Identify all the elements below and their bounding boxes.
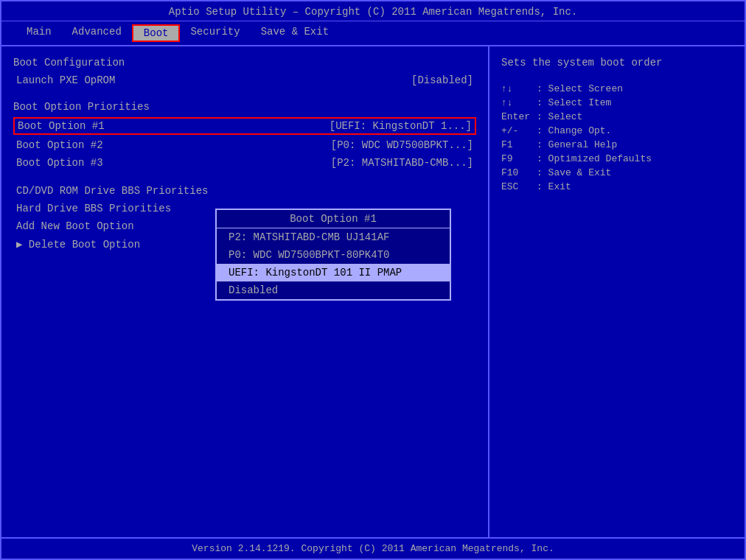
boot-option-2-value: [P0: WDC WD7500BPKT...] [331,139,473,151]
boot-option-1-value: [UEFI: KingstonDT 1...] [330,120,472,132]
menu-item-advanced[interactable]: Advanced [62,24,132,42]
boot-option-1-row[interactable]: Boot Option #1 [UEFI: KingstonDT 1...] [13,117,476,135]
help-desc-esc: : Exit [537,181,571,192]
boot-option-2-row[interactable]: Boot Option #2 [P0: WDC WD7500BPKT...] [13,138,476,153]
help-desc-enter: : Select [537,111,582,122]
help-key-f1: F1 [501,139,531,150]
menu-item-save-exit[interactable]: Save & Exit [251,24,339,42]
content-area: Boot Configuration Launch PXE OpROM [Dis… [1,46,745,537]
help-row-f9: F9 : Optimized Defaults [501,153,733,164]
boot-config-title: Boot Configuration [13,57,476,69]
help-desc-1: : Select Item [537,97,611,108]
help-desc-f10: : Save & Exit [537,167,611,178]
help-key-enter: Enter [501,111,531,122]
cd-dvd-priorities-link[interactable]: CD/DVD ROM Drive BBS Priorities [13,183,476,198]
help-desc-f1: : General Help [537,139,617,150]
help-desc-0: : Select Screen [537,83,623,94]
help-key-f9: F9 [501,153,531,164]
popup-option-2[interactable]: UEFI: KingstonDT 101 II PMAP [217,264,450,281]
boot-option-3-label: Boot Option #3 [16,157,103,169]
launch-pxe-row[interactable]: Launch PXE OpROM [Disabled] [13,73,476,88]
launch-pxe-label: Launch PXE OpROM [16,74,115,86]
footer-text: Version 2.14.1219. Copyright (C) 2011 Am… [192,543,554,554]
help-row-0: ↑↓ : Select Screen [501,83,733,94]
help-key-plusminus: +/- [501,125,531,136]
help-key-esc: ESC [501,181,531,192]
help-row-esc: ESC : Exit [501,181,733,192]
help-row-enter: Enter : Select [501,111,733,122]
launch-pxe-value: [Disabled] [411,74,473,86]
menu-bar: Main Advanced Boot Security Save & Exit [1,21,745,46]
menu-item-main[interactable]: Main [16,24,62,42]
boot-option-3-value: [P2: MATSHITABD-CMB...] [331,157,473,169]
title-text: Aptio Setup Utility – Copyright (C) 2011… [169,6,578,18]
help-desc-plusminus: : Change Opt. [537,125,611,136]
help-key-f10: F10 [501,167,531,178]
boot-option-2-label: Boot Option #2 [16,139,103,151]
popup-option-3[interactable]: Disabled [217,281,450,299]
help-text: Sets the system boot order [501,57,733,69]
popup-option-0[interactable]: P2: MATSHITABD-CMB UJ141AF [217,228,450,246]
popup-option-1[interactable]: P0: WDC WD7500BPKT-80PK4T0 [217,246,450,264]
title-bar: Aptio Setup Utility – Copyright (C) 2011… [1,1,745,21]
help-row-1: ↑↓ : Select Item [501,97,733,108]
boot-option-3-row[interactable]: Boot Option #3 [P2: MATSHITABD-CMB...] [13,155,476,170]
right-panel: Sets the system boot order ↑↓ : Select S… [488,46,745,537]
popup-title: Boot Option #1 [217,210,450,228]
boot-option-priorities-title: Boot Option Priorities [13,101,476,113]
menu-item-boot[interactable]: Boot [132,24,181,42]
help-row-f10: F10 : Save & Exit [501,167,733,178]
left-panel: Boot Configuration Launch PXE OpROM [Dis… [1,46,488,537]
help-keys: ↑↓ : Select Screen ↑↓ : Select Item Ente… [501,83,733,192]
help-key-1: ↑↓ [501,97,531,108]
boot-option-1-label: Boot Option #1 [18,120,105,132]
footer: Version 2.14.1219. Copyright (C) 2011 Am… [1,537,745,559]
menu-item-security[interactable]: Security [180,24,250,42]
help-desc-f9: : Optimized Defaults [537,153,652,164]
bios-window: Aptio Setup Utility – Copyright (C) 2011… [0,0,746,560]
help-key-0: ↑↓ [501,83,531,94]
boot-option-popup: Boot Option #1 P2: MATSHITABD-CMB UJ141A… [215,209,451,301]
help-row-plusminus: +/- : Change Opt. [501,125,733,136]
help-row-f1: F1 : General Help [501,139,733,150]
